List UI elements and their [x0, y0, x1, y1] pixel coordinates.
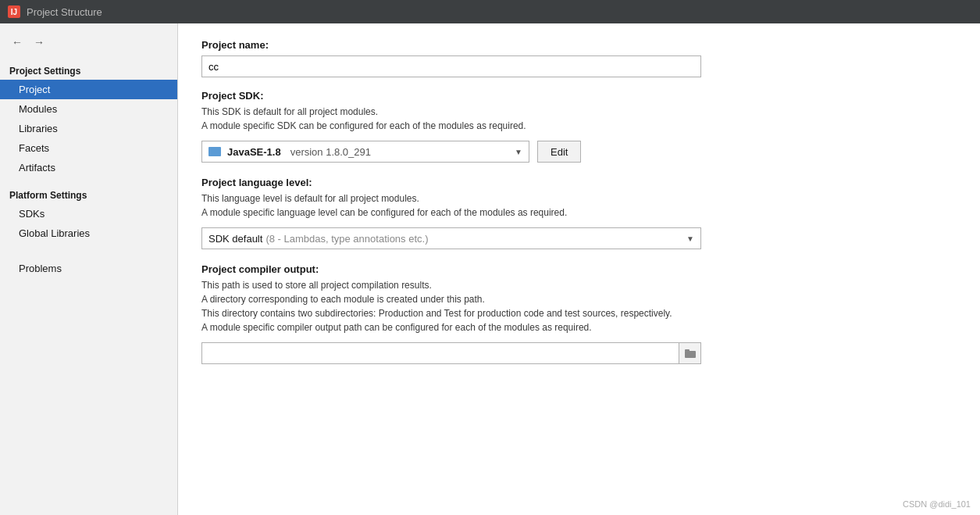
sidebar-item-facets[interactable]: Facets — [0, 138, 177, 158]
content-area: Project name: Project SDK: This SDK is d… — [178, 23, 980, 515]
output-path-input[interactable] — [202, 345, 679, 363]
svg-rect-1 — [685, 349, 690, 352]
language-level-dropdown[interactable]: SDK default (8 - Lambdas, type annotatio… — [201, 227, 701, 249]
sdk-version: version 1.8.0_291 — [290, 146, 371, 158]
sidebar-item-problems[interactable]: Problems — [0, 259, 177, 278]
sidebar-item-libraries[interactable]: Libraries — [0, 119, 177, 138]
watermark: CSDN @didi_101 — [903, 499, 971, 509]
lang-level-hint: (8 - Lambdas, type annotations etc.) — [265, 233, 428, 245]
output-path-row — [201, 342, 701, 364]
lang-level-main: SDK default — [208, 233, 262, 245]
sidebar-item-sdks[interactable]: SDKs — [0, 204, 177, 224]
sdk-dropdown-arrow-icon: ▼ — [515, 148, 522, 156]
project-sdk-desc1: This SDK is default for all project modu… — [201, 105, 957, 133]
project-settings-label: Project Settings — [0, 61, 177, 80]
sdk-row: JavaSE-1.8 version 1.8.0_291 ▼ Edit — [201, 141, 957, 163]
forward-button[interactable]: → — [30, 33, 48, 52]
sidebar-item-modules[interactable]: Modules — [0, 99, 177, 119]
svg-rect-0 — [685, 351, 696, 358]
main-layout: ← → Project Settings Project Modules Lib… — [0, 23, 980, 515]
folder-icon — [685, 349, 696, 358]
app-icon: IJ — [8, 5, 20, 18]
sidebar-item-artifacts[interactable]: Artifacts — [0, 158, 177, 177]
project-name-input[interactable] — [201, 55, 701, 77]
window-title: Project Structure — [27, 6, 102, 18]
back-button[interactable]: ← — [8, 33, 27, 52]
platform-settings-label: Platform Settings — [0, 185, 177, 204]
edit-sdk-button[interactable]: Edit — [537, 141, 581, 163]
sdk-name: JavaSE-1.8 — [227, 146, 281, 158]
sidebar-item-project[interactable]: Project — [0, 80, 177, 99]
nav-controls: ← → — [0, 30, 177, 61]
compiler-output-desc: This path is used to store all project c… — [201, 278, 957, 334]
lang-dropdown-arrow-icon: ▼ — [686, 234, 694, 243]
sdk-folder-icon — [208, 147, 221, 156]
sidebar-item-global-libraries[interactable]: Global Libraries — [0, 224, 177, 243]
sdk-dropdown[interactable]: JavaSE-1.8 version 1.8.0_291 ▼ — [201, 141, 529, 163]
language-level-desc: This language level is default for all p… — [201, 191, 957, 220]
project-sdk-heading: Project SDK: — [201, 90, 957, 102]
sidebar: ← → Project Settings Project Modules Lib… — [0, 23, 178, 515]
compiler-output-heading: Project compiler output: — [201, 263, 957, 275]
language-level-heading: Project language level: — [201, 177, 957, 188]
title-bar: IJ Project Structure — [0, 0, 980, 23]
browse-folder-button[interactable] — [679, 343, 700, 363]
project-name-label: Project name: — [201, 39, 957, 51]
